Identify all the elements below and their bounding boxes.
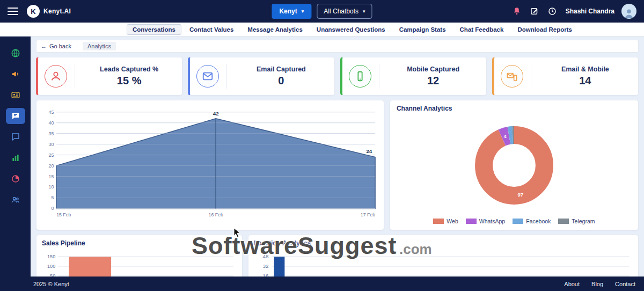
svg-text:48: 48 [263, 253, 269, 259]
svg-text:40: 40 [49, 120, 54, 126]
bot-selector-label: Kenyt [279, 8, 297, 15]
stat-value: 15 % [117, 75, 142, 87]
bar-chart-icon [11, 153, 20, 163]
chat-outline-icon [11, 132, 20, 142]
breadcrumb-current: Analytics [83, 42, 116, 50]
stat-label: Leads Captured % [100, 66, 158, 73]
bottom-row: Sales Pipeline 150100500 Location Analyt… [36, 235, 639, 277]
footer-link-contact[interactable]: Contact [615, 281, 635, 287]
footer-links: About Blog Contact [564, 281, 635, 287]
globe-icon [11, 48, 20, 58]
legend-label: Web [447, 218, 458, 224]
stat-label: Email Captured [257, 66, 306, 73]
kenyt-logo-icon: K [27, 5, 40, 18]
tab-unanswered-questions[interactable]: Unanswered Questions [311, 24, 391, 35]
go-back-button[interactable]: ← Go back [41, 43, 77, 49]
sidebar-item-analytics[interactable] [6, 150, 25, 166]
legend-item[interactable]: Telegram [558, 218, 595, 224]
channel-donut-chart: 974 [397, 112, 632, 218]
sidebar-item-campaigns[interactable] [6, 66, 25, 82]
svg-text:17 Feb: 17 Feb [361, 212, 375, 217]
svg-text:20: 20 [49, 163, 54, 169]
channel-analytics-panel: Channel Analytics 974 WebWhatsAppFaceboo… [390, 100, 639, 230]
legend-label: Telegram [572, 218, 595, 224]
people-icon [11, 195, 20, 205]
sales-pipeline-chart: 150100500 [42, 249, 237, 277]
stat-value: 12 [427, 75, 439, 87]
stats-row: Leads Captured % 15 % Email Captured 0 M… [36, 57, 639, 96]
svg-text:35: 35 [49, 131, 54, 136]
footer-link-about[interactable]: About [564, 281, 580, 287]
conversations-area-chart: 05101520253035404515 Feb16 Feb17 Feb4224 [41, 104, 379, 227]
id-card-icon [11, 90, 20, 100]
tab-message-analytics[interactable]: Message Analytics [241, 24, 308, 35]
stat-value: 14 [579, 75, 591, 87]
svg-text:24: 24 [366, 148, 372, 154]
panel-title: Channel Analytics [397, 105, 632, 112]
svg-text:10: 10 [49, 184, 54, 190]
stat-value: 0 [278, 75, 284, 87]
stat-label: Mobile Captured [407, 66, 459, 73]
tab-campaign-stats[interactable]: Campaign Stats [393, 24, 452, 35]
tab-chat-feedback[interactable]: Chat Feedback [454, 24, 510, 35]
topbar-center: Kenyt ▾ All Chatbots ▾ [272, 4, 372, 19]
avatar[interactable] [621, 4, 636, 19]
tab-conversations[interactable]: Conversations [127, 24, 181, 35]
email-mobile-icon [501, 65, 523, 88]
legend-item[interactable]: Web [433, 218, 458, 224]
tab-download-reports[interactable]: Download Reports [511, 24, 578, 35]
sales-pipeline-panel: Sales Pipeline 150100500 [36, 235, 243, 277]
user-name[interactable]: Shashi Chandra [566, 8, 614, 15]
sidebar-item-team[interactable] [6, 192, 25, 208]
topbar: K Kenyt.AI Kenyt ▾ All Chatbots ▾ Shashi… [0, 0, 644, 23]
svg-text:30: 30 [49, 142, 54, 147]
go-back-label: Go back [49, 43, 71, 49]
chart-legend: WebWhatsAppFacebookTelegram [397, 218, 632, 225]
sidebar-item-reports[interactable] [6, 171, 25, 187]
svg-text:45: 45 [49, 110, 54, 115]
footer-link-blog[interactable]: Blog [591, 281, 603, 287]
legend-item[interactable]: WhatsApp [466, 218, 505, 224]
leads-icon [45, 65, 67, 88]
svg-text:4: 4 [503, 133, 507, 139]
legend-swatch [558, 219, 569, 224]
svg-text:15 Feb: 15 Feb [56, 212, 71, 217]
svg-text:32: 32 [263, 263, 269, 268]
pie-chart-icon [11, 174, 20, 184]
brand: K Kenyt.AI [27, 5, 71, 18]
sidebar-item-dashboard[interactable] [6, 45, 25, 61]
divider [531, 64, 531, 89]
svg-text:150: 150 [47, 254, 55, 259]
sidebar-item-chats[interactable] [6, 129, 25, 145]
stat-label: Email & Mobile [561, 66, 609, 73]
chevron-down-icon: ▾ [363, 9, 365, 14]
sidebar-item-conversations[interactable] [6, 108, 25, 124]
tab-contact-values[interactable]: Contact Values [184, 24, 239, 35]
compose-icon[interactable] [529, 6, 540, 17]
chatbot-selector-label: All Chatbots [324, 8, 358, 15]
charts-row: 05101520253035404515 Feb16 Feb17 Feb4224… [36, 100, 639, 230]
panel-title: Location Analytics [254, 239, 633, 247]
legend-label: WhatsApp [479, 218, 505, 224]
chatbot-selector[interactable]: All Chatbots ▾ [317, 4, 372, 19]
sidebar [0, 37, 31, 277]
legend-item[interactable]: Facebook [513, 218, 551, 224]
svg-text:16 Feb: 16 Feb [209, 212, 223, 217]
notification-icon[interactable] [511, 6, 522, 17]
history-clock-icon[interactable] [547, 6, 558, 17]
svg-text:15: 15 [49, 173, 54, 179]
breadcrumb: ← Go back Analytics [36, 40, 639, 53]
bot-selector-button[interactable]: Kenyt ▾ [272, 4, 311, 19]
sidebar-item-contacts[interactable] [6, 87, 25, 103]
svg-text:100: 100 [47, 264, 55, 269]
location-analytics-chart: 4832160 [254, 249, 633, 277]
brand-name: Kenyt.AI [43, 8, 71, 15]
legend-swatch [433, 219, 444, 224]
megaphone-icon [11, 69, 20, 79]
hamburger-menu-icon[interactable] [8, 8, 18, 15]
svg-text:0: 0 [51, 206, 54, 211]
conversations-chart-panel: 05101520253035404515 Feb16 Feb17 Feb4224 [36, 100, 384, 230]
divider [75, 64, 75, 89]
stat-card-mobile: Mobile Captured 12 [340, 57, 487, 96]
mobile-icon [349, 65, 371, 88]
